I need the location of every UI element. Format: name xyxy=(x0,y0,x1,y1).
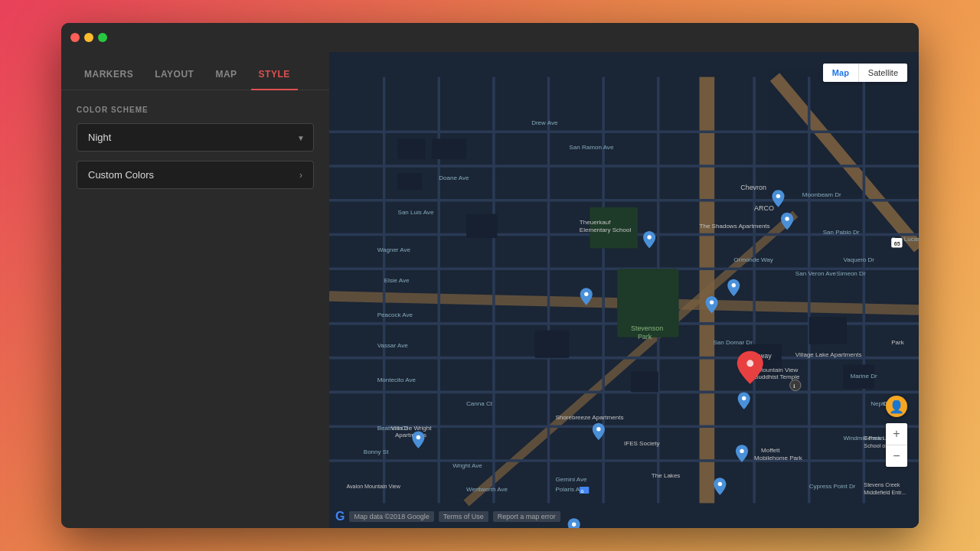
color-scheme-select-wrapper: Night ▼ xyxy=(77,123,314,152)
svg-text:65: 65 xyxy=(894,241,900,247)
map-button[interactable]: Map xyxy=(823,64,858,82)
svg-text:Cypress Point Dr: Cypress Point Dr xyxy=(809,483,856,490)
svg-text:Theuerkauf: Theuerkauf xyxy=(580,219,611,226)
terms-of-use[interactable]: Terms of Use xyxy=(439,511,488,522)
tab-map[interactable]: MAP xyxy=(207,60,244,90)
svg-text:Moonbeam Dr: Moonbeam Dr xyxy=(802,191,841,198)
maximize-button[interactable] xyxy=(98,33,107,42)
svg-text:Buddhist Temple: Buddhist Temple xyxy=(754,373,800,380)
svg-point-100 xyxy=(740,449,743,453)
svg-text:Gemini Ave: Gemini Ave xyxy=(555,476,587,483)
svg-text:Vaquero Dr: Vaquero Dr xyxy=(844,256,875,263)
tab-style[interactable]: STYLE xyxy=(251,60,298,90)
svg-text:Vassar Ave: Vassar Ave xyxy=(377,342,408,349)
svg-text:Wagner Ave: Wagner Ave xyxy=(377,246,411,253)
svg-rect-28 xyxy=(398,173,422,190)
sidebar: MARKERS LAYOUT MAP STYLE COLOR SCHEME Ni… xyxy=(61,52,329,528)
svg-text:Village Lake Apartments: Village Lake Apartments xyxy=(795,351,862,358)
svg-point-92 xyxy=(785,217,789,220)
svg-text:Stevens Creek: Stevens Creek xyxy=(864,482,900,488)
tab-layout[interactable]: LAYOUT xyxy=(147,60,201,90)
svg-point-98 xyxy=(596,427,600,431)
svg-text:Mountain View: Mountain View xyxy=(758,367,799,373)
svg-point-97 xyxy=(742,396,746,400)
svg-text:IFES Society: IFES Society xyxy=(624,440,660,447)
svg-text:Park: Park xyxy=(638,333,652,341)
map-footer: G Map data ©2018 Google Terms of Use Rep… xyxy=(335,510,560,523)
tab-markers[interactable]: MARKERS xyxy=(77,60,141,90)
svg-text:Elementary School: Elementary School xyxy=(580,227,632,233)
svg-text:Drew Ave: Drew Ave xyxy=(531,119,558,126)
svg-text:Wentworth Ave: Wentworth Ave xyxy=(466,486,508,493)
svg-text:San Luis Ave: San Luis Ave xyxy=(398,209,434,216)
svg-text:Villa De Wright: Villa De Wright xyxy=(391,425,433,432)
svg-text:San Domar Dr: San Domar Dr xyxy=(713,339,753,346)
svg-text:Canna Ct: Canna Ct xyxy=(466,400,493,407)
minimize-button[interactable] xyxy=(84,33,93,42)
close-button[interactable] xyxy=(70,33,80,42)
color-scheme-select[interactable]: Night xyxy=(77,123,314,152)
svg-text:G: G xyxy=(581,489,584,494)
titlebar xyxy=(61,23,919,52)
svg-text:San Ramon Ave: San Ramon Ave xyxy=(569,144,614,151)
svg-rect-29 xyxy=(466,214,497,238)
zoom-in-button[interactable]: + xyxy=(886,423,907,445)
svg-text:ARCO: ARCO xyxy=(754,204,774,212)
svg-text:Middlefield Entr...: Middlefield Entr... xyxy=(864,490,906,496)
svg-text:Wright Ave: Wright Ave xyxy=(452,462,482,469)
svg-text:The Lakes: The Lakes xyxy=(652,472,681,479)
custom-colors-row[interactable]: Custom Colors › xyxy=(77,161,314,189)
svg-text:ℹ: ℹ xyxy=(793,383,795,390)
svg-text:Simeon Dr: Simeon Dr xyxy=(837,270,866,277)
svg-text:Montecito Ave: Montecito Ave xyxy=(377,377,416,383)
map-data-attribution: Map data ©2018 Google xyxy=(349,511,433,522)
map-canvas: Drew Ave San Ramon Ave Doane Ave San Lui… xyxy=(329,52,919,528)
svg-text:Elsie Ave: Elsie Ave xyxy=(384,277,410,284)
svg-text:Moffett: Moffett xyxy=(761,447,780,454)
color-scheme-value: Night xyxy=(88,132,111,143)
traffic-lights xyxy=(70,33,107,42)
sidebar-body: COLOR SCHEME Night ▼ Custom Colors › xyxy=(61,90,329,528)
svg-text:Chevron: Chevron xyxy=(740,184,766,191)
svg-point-94 xyxy=(710,300,714,304)
svg-text:San Veron Ave: San Veron Ave xyxy=(795,270,837,277)
svg-point-96 xyxy=(584,292,588,296)
svg-rect-26 xyxy=(398,139,426,159)
svg-text:Bonny St: Bonny St xyxy=(364,448,389,455)
svg-text:Park: Park xyxy=(891,339,905,346)
svg-text:Shorebreeze Apartments: Shorebreeze Apartments xyxy=(555,414,623,421)
zoom-controls: + − xyxy=(886,423,907,467)
svg-text:San Pablo Dr: San Pablo Dr xyxy=(823,229,860,236)
svg-point-93 xyxy=(647,235,651,239)
svg-rect-30 xyxy=(535,331,570,358)
app-window: MARKERS LAYOUT MAP STYLE COLOR SCHEME Ni… xyxy=(61,23,919,528)
svg-rect-27 xyxy=(432,139,466,159)
svg-text:Doane Ave: Doane Ave xyxy=(439,174,469,181)
custom-colors-chevron-icon: › xyxy=(299,170,302,181)
svg-point-90 xyxy=(746,360,753,367)
google-logo: G xyxy=(335,510,345,523)
svg-point-102 xyxy=(572,523,576,527)
main-content: MARKERS LAYOUT MAP STYLE COLOR SCHEME Ni… xyxy=(61,52,919,528)
report-error[interactable]: Report a map error xyxy=(493,511,560,522)
svg-point-95 xyxy=(732,283,736,287)
svg-point-101 xyxy=(718,482,722,486)
svg-text:Avalon Mountain View: Avalon Mountain View xyxy=(346,484,400,490)
map-area[interactable]: Drew Ave San Ramon Ave Doane Ave San Lui… xyxy=(329,52,919,528)
svg-text:Stevenson: Stevenson xyxy=(631,324,663,332)
svg-text:Ormonde Way: Ormonde Way xyxy=(733,256,773,263)
pegman-icon[interactable]: 👤 xyxy=(886,396,907,417)
tab-bar: MARKERS LAYOUT MAP STYLE xyxy=(61,52,329,90)
zoom-out-button[interactable]: − xyxy=(886,445,907,467)
color-scheme-label: COLOR SCHEME xyxy=(77,106,314,114)
satellite-button[interactable]: Satellite xyxy=(859,64,907,82)
svg-point-91 xyxy=(776,194,780,198)
svg-text:Marine Dr: Marine Dr xyxy=(850,373,877,380)
map-svg: Drew Ave San Ramon Ave Doane Ave San Lui… xyxy=(329,52,919,528)
custom-colors-label: Custom Colors xyxy=(88,169,154,181)
svg-rect-33 xyxy=(809,317,847,344)
svg-text:The Shadows Apartments: The Shadows Apartments xyxy=(699,223,769,230)
svg-text:Mobilehome Park: Mobilehome Park xyxy=(754,455,803,461)
svg-rect-31 xyxy=(631,372,658,393)
map-type-control: Map Satellite xyxy=(823,64,907,82)
